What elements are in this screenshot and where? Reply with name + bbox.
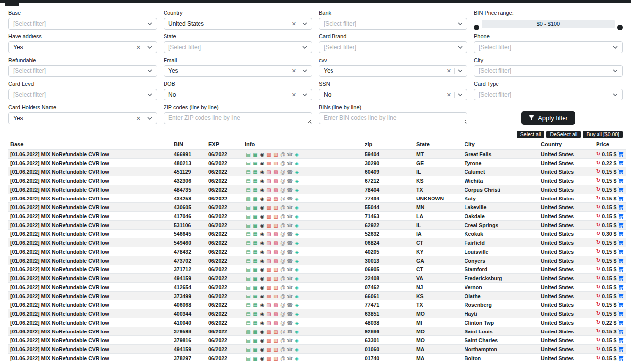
refresh-icon[interactable]: ↻ <box>596 258 600 263</box>
cart-icon[interactable] <box>618 187 624 192</box>
clear-icon[interactable]: ✕ <box>136 116 141 121</box>
table-row[interactable]: [01.06.2022] MIX NoRefundable CVR low 37… <box>8 327 626 336</box>
chevron-down-icon[interactable] <box>613 69 618 72</box>
refresh-icon[interactable]: ↻ <box>596 178 600 183</box>
refresh-icon[interactable]: ↻ <box>596 240 600 245</box>
cart-icon[interactable] <box>618 284 624 290</box>
clear-icon[interactable]: ✕ <box>447 68 451 74</box>
cart-icon[interactable] <box>618 151 624 157</box>
filter-card-level-select[interactable]: [Select filter] ✕ <box>8 89 157 100</box>
refresh-icon[interactable]: ↻ <box>596 320 600 325</box>
refresh-icon[interactable]: ↻ <box>596 151 600 157</box>
table-row[interactable]: [01.06.2022] MIX NoRefundable CVR low 40… <box>8 309 626 318</box>
refresh-icon[interactable]: ↻ <box>596 346 600 352</box>
clear-icon[interactable]: ✕ <box>292 92 296 98</box>
table-row[interactable]: [01.06.2022] MIX NoRefundable CVR low 47… <box>8 256 626 265</box>
cart-icon[interactable] <box>618 293 624 298</box>
table-row[interactable]: [01.06.2022] MIX NoRefundable CVR low 49… <box>8 274 626 283</box>
refresh-icon[interactable]: ↻ <box>596 204 600 210</box>
clear-icon[interactable]: ✕ <box>292 68 296 74</box>
refresh-icon[interactable]: ↻ <box>596 329 600 334</box>
table-row[interactable]: [01.06.2022] MIX NoRefundable CVR low 48… <box>8 159 626 167</box>
refresh-icon[interactable]: ↻ <box>596 293 600 298</box>
table-row[interactable]: [01.06.2022] MIX NoRefundable CVR low 37… <box>8 265 626 274</box>
cart-icon[interactable] <box>618 240 624 245</box>
clear-icon[interactable]: ✕ <box>136 45 141 50</box>
cart-icon[interactable] <box>618 169 624 174</box>
table-row[interactable]: [01.06.2022] MIX NoRefundable CVR low 43… <box>8 194 626 203</box>
filter-bank-select[interactable]: [Select filter] ✕ <box>319 18 467 30</box>
cart-icon[interactable] <box>618 231 624 236</box>
cart-icon[interactable] <box>618 320 624 325</box>
buy-all-button[interactable]: Buy all [$0.00] <box>583 131 623 138</box>
table-row[interactable]: [01.06.2022] MIX NoRefundable CVR low 41… <box>8 318 626 327</box>
clear-icon[interactable]: ✕ <box>447 92 451 98</box>
cart-icon[interactable] <box>618 346 624 352</box>
refresh-icon[interactable]: ↻ <box>596 213 600 219</box>
chevron-down-icon[interactable] <box>458 69 463 72</box>
filter-card-brand-select[interactable]: [Select filter] ✕ <box>319 41 467 53</box>
cart-icon[interactable] <box>618 355 624 361</box>
table-row[interactable]: [01.06.2022] MIX NoRefundable CVR low 40… <box>8 300 626 309</box>
chevron-down-icon[interactable] <box>613 46 618 49</box>
refresh-icon[interactable]: ↻ <box>596 196 600 201</box>
cart-icon[interactable] <box>618 337 624 343</box>
filter-cvv-select[interactable]: Yes ✕ <box>319 65 467 77</box>
bins-textarea[interactable] <box>319 112 467 124</box>
filter-base-select[interactable]: [Select filter] ✕ <box>8 18 157 30</box>
table-row[interactable]: [01.06.2022] MIX NoRefundable CVR low 37… <box>8 292 626 300</box>
cart-icon[interactable] <box>618 258 624 263</box>
cart-icon[interactable] <box>618 311 624 316</box>
cart-icon[interactable] <box>618 222 624 228</box>
table-row[interactable]: [01.06.2022] MIX NoRefundable CVR low 37… <box>8 354 626 363</box>
slider-handle-left[interactable] <box>474 25 479 30</box>
filter-city-select[interactable]: [Select filter] ✕ <box>474 65 623 77</box>
chevron-down-icon[interactable] <box>147 117 152 120</box>
refresh-icon[interactable]: ↻ <box>596 266 600 272</box>
select-all-button[interactable]: Select all <box>517 131 545 138</box>
chevron-down-icon[interactable] <box>302 22 307 25</box>
filter-card-type-select[interactable]: [Select filter] ✕ <box>474 89 623 100</box>
clear-icon[interactable]: ✕ <box>292 21 296 27</box>
chevron-down-icon[interactable] <box>458 22 463 25</box>
refresh-icon[interactable]: ↻ <box>596 275 600 281</box>
table-row[interactable]: [01.06.2022] MIX NoRefundable CVR low 47… <box>8 247 626 256</box>
filter-email-select[interactable]: Yes ✕ <box>164 65 312 77</box>
refresh-icon[interactable]: ↻ <box>596 231 600 236</box>
apply-filter-button[interactable]: Apply filter <box>521 111 575 125</box>
refresh-icon[interactable]: ↻ <box>596 355 600 361</box>
cart-icon[interactable] <box>618 160 624 165</box>
table-row[interactable]: [01.06.2022] MIX NoRefundable CVR low 41… <box>8 212 626 221</box>
chevron-down-icon[interactable] <box>613 93 618 96</box>
deselect-all-button[interactable]: DeSelect all <box>546 131 581 138</box>
price-range-track[interactable]: $0 - $100 <box>482 20 615 28</box>
refresh-icon[interactable]: ↻ <box>596 311 600 316</box>
refresh-icon[interactable]: ↻ <box>596 169 600 174</box>
refresh-icon[interactable]: ↻ <box>596 302 600 307</box>
cart-icon[interactable] <box>618 266 624 272</box>
table-row[interactable]: [01.06.2022] MIX NoRefundable CVR low 43… <box>8 176 626 185</box>
table-row[interactable]: [01.06.2022] MIX NoRefundable CVR low 46… <box>8 150 626 159</box>
chevron-down-icon[interactable] <box>302 69 307 72</box>
table-row[interactable]: [01.06.2022] MIX NoRefundable CVR low 45… <box>8 167 626 176</box>
table-row[interactable]: [01.06.2022] MIX NoRefundable CVR low 48… <box>8 185 626 194</box>
table-row[interactable]: [01.06.2022] MIX NoRefundable CVR low 41… <box>8 283 626 292</box>
chevron-down-icon[interactable] <box>302 93 307 96</box>
filter-have-address-select[interactable]: Yes ✕ <box>8 41 157 53</box>
cart-icon[interactable] <box>618 213 624 219</box>
slider-handle-right[interactable] <box>617 25 623 30</box>
chevron-down-icon[interactable] <box>147 46 152 49</box>
refresh-icon[interactable]: ↻ <box>596 160 600 165</box>
filter-phone-select[interactable]: [Select filter] ✕ <box>474 41 623 53</box>
refresh-icon[interactable]: ↻ <box>596 222 600 228</box>
filter-refundable-select[interactable]: [Select filter] ✕ <box>8 65 157 77</box>
table-row[interactable]: [01.06.2022] MIX NoRefundable CVR low 53… <box>8 221 626 230</box>
table-row[interactable]: [01.06.2022] MIX NoRefundable CVR low 49… <box>8 345 626 354</box>
cart-icon[interactable] <box>618 196 624 201</box>
chevron-down-icon[interactable] <box>147 93 152 96</box>
refresh-icon[interactable]: ↻ <box>596 249 600 254</box>
zip-codes-textarea[interactable] <box>164 112 312 124</box>
cart-icon[interactable] <box>618 329 624 334</box>
table-row[interactable]: [01.06.2022] MIX NoRefundable CVR low 37… <box>8 336 626 345</box>
filter-dob-select[interactable]: No ✕ <box>164 89 312 100</box>
